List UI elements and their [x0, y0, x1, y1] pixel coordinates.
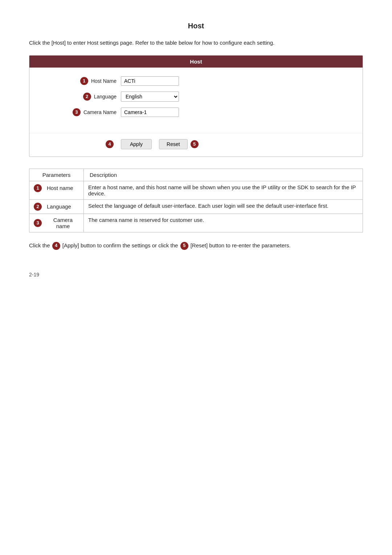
badge-2: 2 [83, 93, 91, 101]
footer-description: Click the 4 [Apply] button to confirm th… [29, 241, 363, 250]
host-panel: Host 1 Host Name 2 Language English 3 Ca… [29, 55, 363, 157]
page-number: 2-19 [29, 272, 363, 278]
panel-body: 1 Host Name 2 Language English 3 Camera … [29, 68, 363, 130]
table-desc-1: Enter a host name, and this host name wi… [84, 181, 363, 199]
badge-3: 3 [73, 108, 81, 116]
table-param-1: Host name [47, 185, 73, 191]
table-badge-2: 2 [34, 203, 42, 211]
table-row: 1 Host name Enter a host name, and this … [29, 181, 363, 199]
panel-header: Host [29, 56, 363, 68]
table-row: 3 Camera name The camera name is reserve… [29, 214, 363, 232]
camera-name-input[interactable] [121, 108, 179, 117]
footer-badge-4: 4 [52, 242, 60, 250]
badge-5: 5 [191, 140, 199, 148]
footer-apply-text: [Apply] button to confirm the settings o… [62, 242, 180, 248]
table-desc-3: The camera name is reserved for customer… [84, 214, 363, 232]
table-param-3: Camera name [47, 217, 79, 229]
apply-button[interactable]: Apply [121, 139, 152, 149]
badge-4: 4 [106, 140, 114, 148]
language-select[interactable]: English [121, 92, 179, 102]
table-row: 2 Language Select the language of defaul… [29, 199, 363, 214]
panel-footer: 4 Apply Reset 5 [29, 133, 363, 157]
table-desc-2: Select the language of default user-inte… [84, 199, 363, 214]
footer-reset-text: [Reset] button to re-enter the parameter… [191, 242, 291, 248]
table-badge-3: 3 [34, 219, 42, 227]
badge-1: 1 [80, 77, 88, 85]
table-col-desc: Description [84, 169, 363, 181]
parameters-table: Parameters Description 1 Host name Enter… [29, 169, 363, 232]
host-name-label: Host Name [91, 78, 117, 84]
page-title: Host [29, 22, 363, 30]
host-name-row: 1 Host Name [44, 76, 348, 86]
camera-name-row: 3 Camera Name [44, 108, 348, 117]
camera-name-label: Camera Name [83, 109, 117, 115]
footer-badge-5: 5 [180, 242, 188, 250]
language-row: 2 Language English [44, 92, 348, 102]
intro-text: Click the [Host] to enter Host settings … [29, 39, 363, 47]
table-param-2: Language [47, 203, 71, 210]
table-col-params: Parameters [29, 169, 84, 181]
table-badge-1: 1 [34, 184, 42, 192]
host-name-input[interactable] [121, 76, 179, 86]
reset-button[interactable]: Reset [159, 139, 188, 149]
footer-before-apply: Click the [29, 242, 52, 248]
language-label: Language [94, 94, 117, 100]
